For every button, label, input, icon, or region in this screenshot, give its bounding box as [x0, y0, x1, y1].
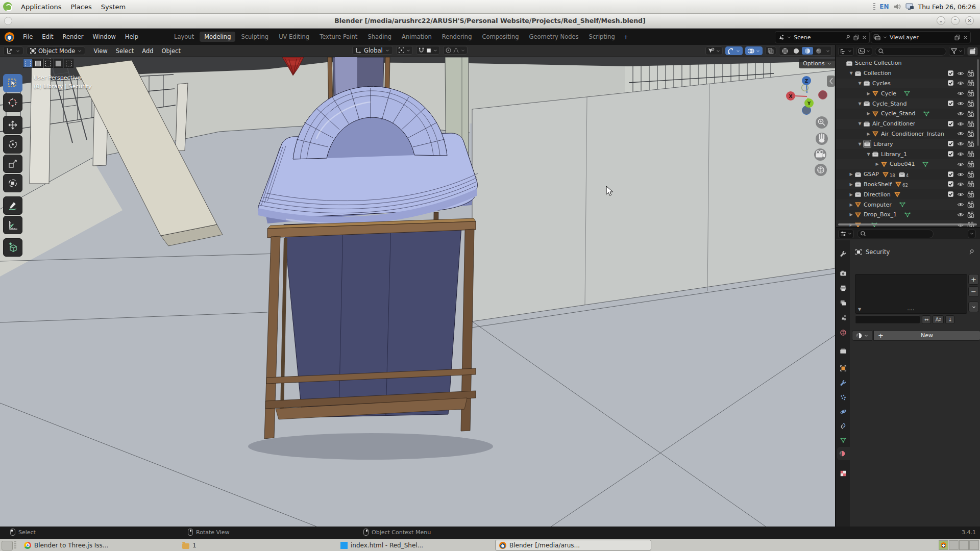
- outliner-row[interactable]: ▶Cycle_Stand: [836, 109, 980, 119]
- pin-icon[interactable]: [845, 34, 851, 40]
- expander-icon[interactable]: ▶: [848, 192, 854, 197]
- camera-icon[interactable]: [966, 100, 976, 107]
- outliner-row[interactable]: ▶Computer: [836, 199, 980, 210]
- add-workspace-button[interactable]: +: [620, 33, 632, 41]
- eye-icon[interactable]: [955, 80, 966, 87]
- select-mode-extend[interactable]: [33, 59, 43, 68]
- tab-scripting[interactable]: Scripting: [584, 32, 620, 42]
- outliner-row[interactable]: ▶Cube041: [836, 159, 980, 169]
- filter-invert-button[interactable]: ↔: [922, 315, 931, 324]
- material-browse-button[interactable]: [852, 330, 872, 341]
- eye-icon[interactable]: [955, 181, 966, 188]
- expander-icon[interactable]: ▼: [865, 152, 872, 157]
- minimize-button[interactable]: ⌄: [937, 16, 945, 25]
- expander-icon[interactable]: ▼: [856, 102, 863, 106]
- camera-icon[interactable]: [966, 201, 976, 208]
- add-slot-button[interactable]: +: [968, 274, 979, 285]
- camera-icon[interactable]: [966, 140, 976, 147]
- camera-icon[interactable]: [966, 191, 976, 198]
- expander-icon[interactable]: ▶: [848, 172, 854, 177]
- object-type-visibility-dropdown[interactable]: [705, 46, 723, 55]
- select-mode-intersect[interactable]: [64, 59, 74, 68]
- language-indicator[interactable]: EN: [879, 3, 889, 10]
- distro-logo-icon[interactable]: [3, 2, 12, 11]
- properties-tab-material[interactable]: [837, 447, 850, 460]
- volume-icon[interactable]: [893, 3, 901, 11]
- outliner-row[interactable]: ▼Cycles: [836, 79, 980, 89]
- outliner-display-mode-dropdown[interactable]: [838, 47, 854, 56]
- tray-grip[interactable]: [873, 3, 875, 10]
- material-slot-list[interactable]: ▼ ∷∷: [855, 274, 967, 314]
- outliner-row[interactable]: ▶Drop_Box_1: [836, 210, 980, 220]
- outliner-filter-dropdown[interactable]: [949, 47, 965, 56]
- camera-icon[interactable]: [966, 171, 976, 178]
- shading-material-button[interactable]: [802, 47, 813, 55]
- show-gizmo-toggle[interactable]: [725, 46, 743, 55]
- shading-solid-button[interactable]: [791, 47, 802, 55]
- checkbox-icon[interactable]: [945, 80, 955, 87]
- blender-logo-icon[interactable]: [5, 32, 14, 42]
- expander-icon[interactable]: ▼: [848, 71, 854, 76]
- tool-transform[interactable]: [3, 174, 22, 192]
- outliner-row[interactable]: ▶Air_Conditioner_Instan: [836, 129, 980, 139]
- properties-tab-scene[interactable]: [838, 311, 850, 324]
- properties-tab-modifiers[interactable]: [838, 377, 850, 390]
- viewport-menu-select[interactable]: Select: [112, 47, 138, 55]
- tool-cursor[interactable]: [3, 93, 22, 112]
- display-icon[interactable]: [905, 3, 914, 11]
- gnome-menu-applications[interactable]: Applications: [16, 0, 66, 13]
- menu-window[interactable]: Window: [88, 33, 120, 40]
- outliner-vscrollbar[interactable]: [977, 59, 979, 146]
- properties-tab-texture[interactable]: [838, 467, 850, 480]
- workspace-cell-3[interactable]: [959, 540, 969, 550]
- camera-icon[interactable]: [966, 120, 976, 128]
- options-button[interactable]: Options: [799, 59, 835, 68]
- outliner-search-input[interactable]: [875, 47, 946, 56]
- viewport-menu-view[interactable]: View: [89, 47, 111, 55]
- expander-icon[interactable]: ▶: [848, 212, 854, 217]
- checkbox-icon[interactable]: [945, 171, 955, 178]
- eye-icon[interactable]: [955, 140, 966, 147]
- slot-list-grip[interactable]: ∷∷: [855, 308, 967, 313]
- viewport-menu-add[interactable]: Add: [138, 47, 157, 55]
- checkbox-icon[interactable]: [945, 70, 955, 77]
- task-button-chrome[interactable]: Blender to Three.js Iss...: [20, 540, 177, 550]
- tab-modeling[interactable]: Modeling: [200, 32, 235, 42]
- tab-geometry-nodes[interactable]: Geometry Nodes: [525, 32, 583, 42]
- sort-alpha-button[interactable]: AZ: [933, 315, 944, 324]
- expander-icon[interactable]: ▶: [865, 111, 872, 116]
- remove-slot-button[interactable]: −: [968, 286, 979, 297]
- properties-tab-render[interactable]: [838, 267, 850, 280]
- eye-icon[interactable]: [955, 161, 966, 168]
- expander-icon[interactable]: ▶: [865, 91, 872, 96]
- tab-texture-paint[interactable]: Texture Paint: [315, 32, 362, 42]
- proportional-editing-toggle[interactable]: [443, 46, 468, 55]
- remove-viewlayer-icon[interactable]: [963, 35, 968, 40]
- properties-tab-tool[interactable]: [838, 247, 850, 261]
- expander-icon[interactable]: ▶: [874, 162, 880, 166]
- menu-edit[interactable]: Edit: [37, 33, 58, 40]
- outliner-row[interactable]: ▼Library: [836, 139, 980, 149]
- snap-toggle[interactable]: [416, 46, 440, 55]
- select-mode-subtract[interactable]: [43, 59, 53, 68]
- outliner-row[interactable]: ▶Cycle: [836, 88, 980, 98]
- tool-measure[interactable]: [3, 216, 22, 234]
- camera-icon[interactable]: [966, 70, 976, 77]
- expander-icon[interactable]: ▼: [856, 142, 863, 146]
- scene-selector[interactable]: Scene: [775, 31, 870, 43]
- camera-icon[interactable]: [966, 110, 976, 117]
- new-viewlayer-icon[interactable]: [954, 34, 961, 41]
- tab-layout[interactable]: Layout: [169, 32, 199, 42]
- eye-icon[interactable]: [955, 100, 966, 107]
- editor-type-button[interactable]: [3, 46, 23, 55]
- eye-icon[interactable]: [955, 110, 966, 117]
- sort-reverse-button[interactable]: ↓: [945, 315, 954, 324]
- outliner-row[interactable]: Scene Collection: [836, 58, 980, 68]
- properties-tab-physics[interactable]: [838, 405, 850, 418]
- properties-tab-constraints[interactable]: [838, 419, 850, 433]
- outliner-row[interactable]: ▶Directiion: [836, 189, 980, 199]
- camera-icon[interactable]: [966, 90, 976, 97]
- properties-tab-collection[interactable]: [838, 344, 850, 358]
- gnome-menu-places[interactable]: Places: [66, 0, 96, 13]
- eye-icon[interactable]: [955, 151, 966, 158]
